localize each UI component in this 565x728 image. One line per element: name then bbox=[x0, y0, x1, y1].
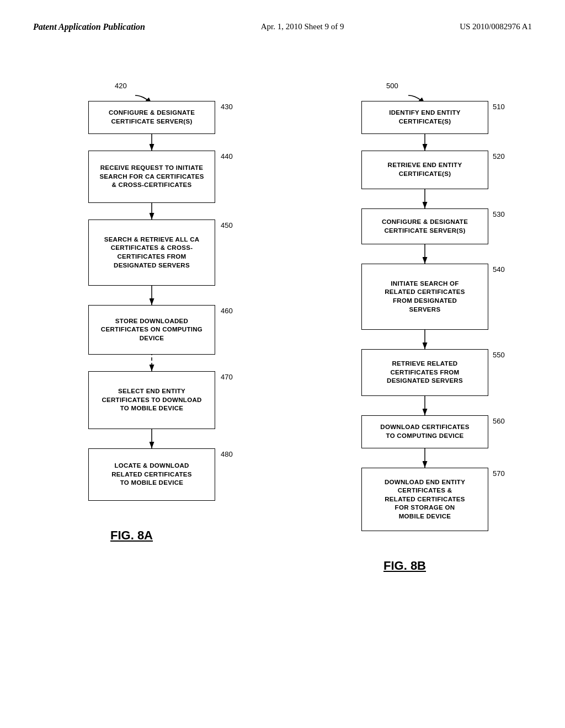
box-550: RETRIEVE RELATEDCERTIFICATES FROMDESIGNA… bbox=[361, 349, 488, 396]
box-480: LOCATE & DOWNLOADRELATED CERTIFICATESTO … bbox=[88, 448, 215, 501]
fig-8a-label: FIG. 8A bbox=[110, 528, 153, 543]
page: Patent Application Publication Apr. 1, 2… bbox=[0, 0, 565, 728]
box-570: DOWNLOAD END ENTITYCERTIFICATES &RELATED… bbox=[361, 468, 488, 531]
box-560: DOWNLOAD CERTIFICATESTO COMPUTING DEVICE bbox=[361, 415, 488, 448]
ref-570: 570 bbox=[493, 469, 505, 478]
ref-530: 530 bbox=[493, 210, 505, 218]
diagram-area: 420 CONFIGURE & DESIGNATECERTIFICATE SER… bbox=[33, 65, 532, 672]
ref-500: 500 bbox=[386, 82, 398, 90]
ref-520: 520 bbox=[493, 152, 505, 160]
ref-420: 420 bbox=[115, 82, 127, 90]
ref-480: 480 bbox=[221, 450, 233, 458]
ref-440: 440 bbox=[221, 152, 233, 160]
page-header: Patent Application Publication Apr. 1, 2… bbox=[33, 22, 532, 32]
fig-8b-label: FIG. 8B bbox=[383, 559, 426, 573]
ref-460: 460 bbox=[221, 307, 233, 315]
ref-540: 540 bbox=[493, 265, 505, 274]
box-460: STORE DOWNLOADEDCERTIFICATES ON COMPUTIN… bbox=[88, 305, 215, 355]
header-title: Patent Application Publication bbox=[33, 22, 145, 32]
box-530: CONFIGURE & DESIGNATECERTIFICATE SERVER(… bbox=[361, 208, 488, 244]
ref-510: 510 bbox=[493, 103, 505, 111]
box-540: INITIATE SEARCH OFRELATED CERTIFICATESFR… bbox=[361, 264, 488, 330]
header-date-sheet: Apr. 1, 2010 Sheet 9 of 9 bbox=[261, 22, 344, 31]
box-510: IDENTIFY END ENTITYCERTIFICATE(S) bbox=[361, 101, 488, 134]
ref-560: 560 bbox=[493, 417, 505, 425]
box-440: RECEIVE REQUEST TO INITIATESEARCH FOR CA… bbox=[88, 151, 215, 203]
ref-470: 470 bbox=[221, 373, 233, 381]
box-470: SELECT END ENTITYCERTIFICATES TO DOWNLOA… bbox=[88, 371, 215, 429]
box-520: RETRIEVE END ENTITYCERTIFICATE(S) bbox=[361, 151, 488, 189]
ref-550: 550 bbox=[493, 351, 505, 359]
box-450: SEARCH & RETRIEVE ALL CACERTIFICATES & C… bbox=[88, 220, 215, 286]
ref-430: 430 bbox=[221, 103, 233, 111]
ref-450: 450 bbox=[221, 221, 233, 229]
header-patent-number: US 2010/0082976 A1 bbox=[460, 22, 532, 31]
box-430: CONFIGURE & DESIGNATECERTIFICATE SERVER(… bbox=[88, 101, 215, 134]
